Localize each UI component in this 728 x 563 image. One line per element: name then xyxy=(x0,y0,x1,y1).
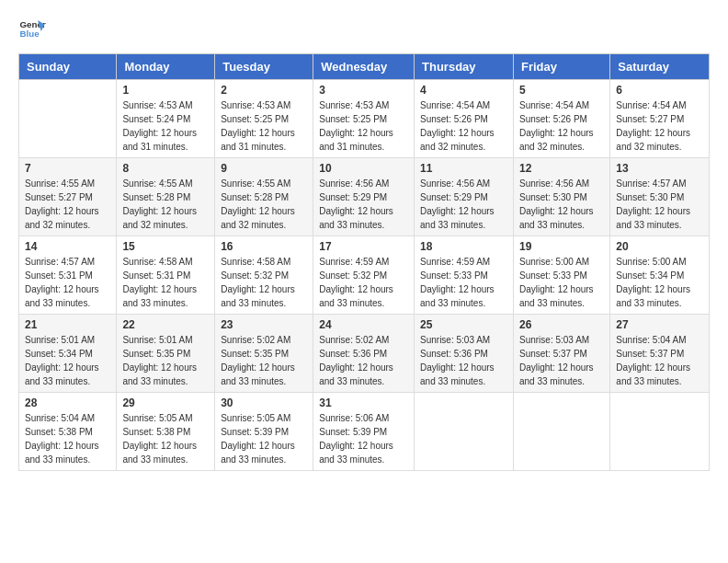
calendar-cell: 13Sunrise: 4:57 AMSunset: 5:30 PMDayligh… xyxy=(610,158,710,236)
calendar-cell: 24Sunrise: 5:02 AMSunset: 5:36 PMDayligh… xyxy=(313,315,415,393)
calendar-cell: 15Sunrise: 4:58 AMSunset: 5:31 PMDayligh… xyxy=(117,236,215,315)
day-info: Sunrise: 5:04 AMSunset: 5:38 PMDaylight:… xyxy=(25,411,110,466)
day-number: 13 xyxy=(616,162,703,175)
calendar-cell: 10Sunrise: 4:56 AMSunset: 5:29 PMDayligh… xyxy=(313,158,415,236)
day-info: Sunrise: 4:57 AMSunset: 5:30 PMDaylight:… xyxy=(616,177,703,232)
weekday-header-sunday: Sunday xyxy=(19,54,117,80)
calendar-cell: 18Sunrise: 4:59 AMSunset: 5:33 PMDayligh… xyxy=(415,236,514,315)
day-info: Sunrise: 5:06 AMSunset: 5:39 PMDaylight:… xyxy=(319,411,408,466)
calendar-cell xyxy=(19,80,117,158)
day-number: 21 xyxy=(25,318,110,331)
calendar-cell: 16Sunrise: 4:58 AMSunset: 5:32 PMDayligh… xyxy=(215,236,313,315)
calendar-cell: 2Sunrise: 4:53 AMSunset: 5:25 PMDaylight… xyxy=(215,80,313,158)
calendar-cell: 5Sunrise: 4:54 AMSunset: 5:26 PMDaylight… xyxy=(513,80,609,158)
day-number: 20 xyxy=(616,240,703,253)
day-info: Sunrise: 5:00 AMSunset: 5:34 PMDaylight:… xyxy=(616,255,703,310)
day-number: 23 xyxy=(221,318,307,331)
calendar-cell: 19Sunrise: 5:00 AMSunset: 5:33 PMDayligh… xyxy=(513,236,609,315)
day-number: 29 xyxy=(122,396,209,409)
calendar-cell: 12Sunrise: 4:56 AMSunset: 5:30 PMDayligh… xyxy=(513,158,609,236)
calendar-cell: 20Sunrise: 5:00 AMSunset: 5:34 PMDayligh… xyxy=(610,236,710,315)
day-number: 8 xyxy=(122,162,209,175)
day-number: 9 xyxy=(221,162,307,175)
calendar-cell: 9Sunrise: 4:55 AMSunset: 5:28 PMDaylight… xyxy=(215,158,313,236)
weekday-header-saturday: Saturday xyxy=(610,54,710,80)
day-info: Sunrise: 5:05 AMSunset: 5:39 PMDaylight:… xyxy=(221,411,307,466)
day-info: Sunrise: 5:02 AMSunset: 5:35 PMDaylight:… xyxy=(221,333,307,388)
calendar-cell: 31Sunrise: 5:06 AMSunset: 5:39 PMDayligh… xyxy=(313,393,415,471)
calendar-cell: 30Sunrise: 5:05 AMSunset: 5:39 PMDayligh… xyxy=(215,393,313,471)
week-row-4: 28Sunrise: 5:04 AMSunset: 5:38 PMDayligh… xyxy=(19,393,710,471)
day-info: Sunrise: 5:04 AMSunset: 5:37 PMDaylight:… xyxy=(616,333,703,388)
day-number: 12 xyxy=(519,162,604,175)
calendar-cell: 28Sunrise: 5:04 AMSunset: 5:38 PMDayligh… xyxy=(19,393,117,471)
day-info: Sunrise: 4:54 AMSunset: 5:26 PMDaylight:… xyxy=(420,98,507,154)
day-number: 22 xyxy=(122,318,209,331)
day-number: 30 xyxy=(221,396,307,409)
logo: General Blue xyxy=(18,15,46,42)
calendar-cell xyxy=(415,393,514,471)
day-info: Sunrise: 4:59 AMSunset: 5:32 PMDaylight:… xyxy=(319,255,408,310)
day-info: Sunrise: 5:02 AMSunset: 5:36 PMDaylight:… xyxy=(319,333,408,388)
day-info: Sunrise: 4:55 AMSunset: 5:27 PMDaylight:… xyxy=(25,177,110,232)
calendar-cell: 8Sunrise: 4:55 AMSunset: 5:28 PMDaylight… xyxy=(117,158,215,236)
calendar-cell: 1Sunrise: 4:53 AMSunset: 5:24 PMDaylight… xyxy=(117,80,215,158)
calendar-cell: 11Sunrise: 4:56 AMSunset: 5:29 PMDayligh… xyxy=(415,158,514,236)
day-number: 14 xyxy=(25,240,110,253)
weekday-header-friday: Friday xyxy=(513,54,609,80)
calendar-cell: 4Sunrise: 4:54 AMSunset: 5:26 PMDaylight… xyxy=(415,80,514,158)
day-info: Sunrise: 4:53 AMSunset: 5:25 PMDaylight:… xyxy=(319,98,408,154)
day-info: Sunrise: 4:53 AMSunset: 5:25 PMDaylight:… xyxy=(221,98,307,154)
day-number: 26 xyxy=(519,318,604,331)
day-info: Sunrise: 4:56 AMSunset: 5:29 PMDaylight:… xyxy=(319,177,408,232)
logo-icon: General Blue xyxy=(18,15,46,42)
day-info: Sunrise: 4:59 AMSunset: 5:33 PMDaylight:… xyxy=(420,255,507,310)
day-info: Sunrise: 4:56 AMSunset: 5:29 PMDaylight:… xyxy=(420,177,507,232)
day-info: Sunrise: 4:54 AMSunset: 5:27 PMDaylight:… xyxy=(616,98,703,154)
week-row-3: 21Sunrise: 5:01 AMSunset: 5:34 PMDayligh… xyxy=(19,315,710,393)
calendar-cell: 26Sunrise: 5:03 AMSunset: 5:37 PMDayligh… xyxy=(513,315,609,393)
week-row-0: 1Sunrise: 4:53 AMSunset: 5:24 PMDaylight… xyxy=(19,80,710,158)
weekday-header-monday: Monday xyxy=(117,54,215,80)
day-number: 31 xyxy=(319,396,408,409)
day-number: 15 xyxy=(122,240,209,253)
day-info: Sunrise: 4:56 AMSunset: 5:30 PMDaylight:… xyxy=(519,177,604,232)
calendar-cell xyxy=(513,393,609,471)
day-info: Sunrise: 5:03 AMSunset: 5:37 PMDaylight:… xyxy=(519,333,604,388)
week-row-1: 7Sunrise: 4:55 AMSunset: 5:27 PMDaylight… xyxy=(19,158,710,236)
day-info: Sunrise: 5:01 AMSunset: 5:34 PMDaylight:… xyxy=(25,333,110,388)
day-number: 17 xyxy=(319,240,408,253)
calendar-cell xyxy=(610,393,710,471)
calendar-cell: 14Sunrise: 4:57 AMSunset: 5:31 PMDayligh… xyxy=(19,236,117,315)
calendar-table: SundayMondayTuesdayWednesdayThursdayFrid… xyxy=(18,53,710,471)
day-number: 2 xyxy=(221,84,307,97)
calendar-cell: 21Sunrise: 5:01 AMSunset: 5:34 PMDayligh… xyxy=(19,315,117,393)
calendar-cell: 25Sunrise: 5:03 AMSunset: 5:36 PMDayligh… xyxy=(415,315,514,393)
calendar-cell: 17Sunrise: 4:59 AMSunset: 5:32 PMDayligh… xyxy=(313,236,415,315)
day-number: 16 xyxy=(221,240,307,253)
calendar-cell: 7Sunrise: 4:55 AMSunset: 5:27 PMDaylight… xyxy=(19,158,117,236)
day-info: Sunrise: 5:00 AMSunset: 5:33 PMDaylight:… xyxy=(519,255,604,310)
day-info: Sunrise: 4:57 AMSunset: 5:31 PMDaylight:… xyxy=(25,255,110,310)
day-info: Sunrise: 4:58 AMSunset: 5:31 PMDaylight:… xyxy=(122,255,209,310)
day-number: 18 xyxy=(420,240,507,253)
day-number: 19 xyxy=(519,240,604,253)
day-number: 5 xyxy=(519,84,604,97)
calendar-cell: 27Sunrise: 5:04 AMSunset: 5:37 PMDayligh… xyxy=(610,315,710,393)
day-info: Sunrise: 5:03 AMSunset: 5:36 PMDaylight:… xyxy=(420,333,507,388)
calendar-cell: 23Sunrise: 5:02 AMSunset: 5:35 PMDayligh… xyxy=(215,315,313,393)
day-info: Sunrise: 4:55 AMSunset: 5:28 PMDaylight:… xyxy=(122,177,209,232)
day-info: Sunrise: 4:55 AMSunset: 5:28 PMDaylight:… xyxy=(221,177,307,232)
svg-text:Blue: Blue xyxy=(20,29,40,39)
day-number: 28 xyxy=(25,396,110,409)
weekday-header-tuesday: Tuesday xyxy=(215,54,313,80)
day-number: 25 xyxy=(420,318,507,331)
day-number: 4 xyxy=(420,84,507,97)
day-number: 3 xyxy=(319,84,408,97)
day-number: 7 xyxy=(25,162,110,175)
day-info: Sunrise: 4:54 AMSunset: 5:26 PMDaylight:… xyxy=(519,98,604,154)
week-row-2: 14Sunrise: 4:57 AMSunset: 5:31 PMDayligh… xyxy=(19,236,710,315)
day-number: 11 xyxy=(420,162,507,175)
weekday-header-row: SundayMondayTuesdayWednesdayThursdayFrid… xyxy=(19,54,710,80)
calendar-cell: 29Sunrise: 5:05 AMSunset: 5:38 PMDayligh… xyxy=(117,393,215,471)
